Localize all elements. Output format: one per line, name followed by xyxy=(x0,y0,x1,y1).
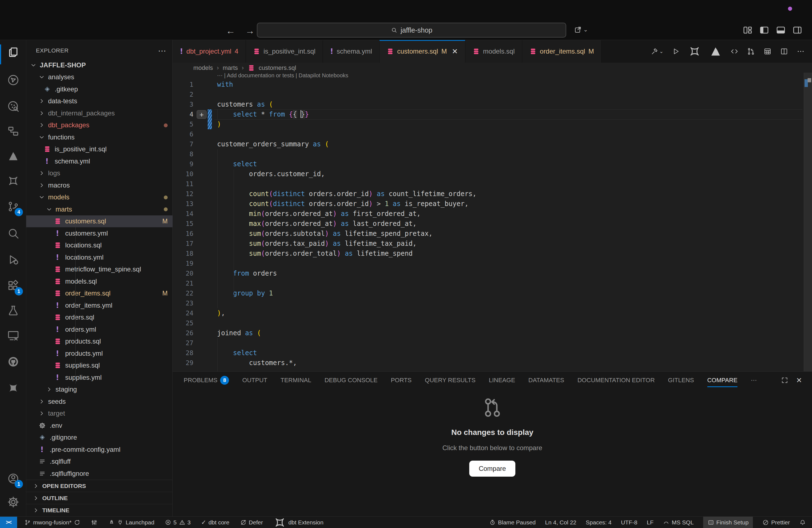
tree-file-locations.yml[interactable]: !locations.yml xyxy=(26,251,173,263)
tree-file-order_items.sql[interactable]: order_items.sqlM xyxy=(26,288,173,299)
tree-file-products.yml[interactable]: !products.yml xyxy=(26,348,173,360)
panel-tab-TERMINAL[interactable]: TERMINAL xyxy=(280,372,311,389)
statusbar-launchpad[interactable]: Launchpad xyxy=(108,517,155,528)
statusbar-cursor-position[interactable]: Ln 4, Col 22 xyxy=(545,517,576,528)
tree-file-.env[interactable]: .env xyxy=(26,420,173,431)
panel-tab-DOCUMENTATION EDITOR[interactable]: DOCUMENTATION EDITOR xyxy=(578,372,655,389)
tree-file-orders.sql[interactable]: orders.sql xyxy=(26,311,173,324)
codelens-actions[interactable]: ⋯ | Add documentation or tests | Datapil… xyxy=(217,72,348,79)
statusbar-dbt-core[interactable]: ✓dbt core xyxy=(201,517,229,528)
code-icon[interactable] xyxy=(730,47,739,56)
statusbar-branch[interactable]: mwong-fusion* xyxy=(24,517,81,528)
compare-button[interactable]: Compare xyxy=(469,460,516,476)
git-pr-icon[interactable] xyxy=(747,47,755,56)
activity-circle-graph-icon[interactable] xyxy=(5,72,22,89)
breadcrumb-file[interactable]: customers.sql xyxy=(259,64,296,72)
tab-schema.yml[interactable]: !schema.yml xyxy=(323,40,379,63)
tree-file-.sqlfluff[interactable]: .sqlfluff xyxy=(26,456,173,468)
play-icon[interactable] xyxy=(672,47,680,56)
tree-folder-dbt_packages[interactable]: dbt_packages xyxy=(26,119,173,131)
code-editor[interactable]: + 1with23customers as (4 select * from {… xyxy=(173,79,812,371)
more-icon[interactable] xyxy=(797,47,805,56)
tree-folder-marts[interactable]: marts xyxy=(26,203,173,216)
tree-folder-staging[interactable]: staging xyxy=(26,384,173,396)
panel-tab-OUTPUT[interactable]: OUTPUT xyxy=(242,372,267,389)
tree-file-order_items.yml[interactable]: !order_items.yml xyxy=(26,299,173,311)
statusbar-prettier[interactable]: Prettier xyxy=(762,517,790,528)
tree-file-.gitkeep[interactable]: .gitkeep xyxy=(26,83,173,95)
maximize-panel-icon[interactable] xyxy=(781,377,788,384)
activity-files-icon[interactable] xyxy=(5,44,22,61)
tree-file-models.sql[interactable]: models.sql xyxy=(26,275,173,288)
nav-forward-icon[interactable]: → xyxy=(245,25,255,36)
tree-folder-logs[interactable]: logs xyxy=(26,167,173,179)
explorer-more-actions-icon[interactable]: ⋯ xyxy=(158,46,167,56)
activity-source-control-icon[interactable]: 4 xyxy=(5,198,22,215)
activity-search-icon[interactable] xyxy=(5,225,22,242)
close-panel-icon[interactable]: ✕ xyxy=(796,376,802,385)
statusbar-language-mode[interactable]: MS SQL xyxy=(663,517,694,528)
activity-extensions-icon[interactable]: 1 xyxy=(5,277,22,294)
panel-tab-DEBUG CONSOLE[interactable]: DEBUG CONSOLE xyxy=(324,372,378,389)
tree-file-locations.sql[interactable]: locations.sql xyxy=(26,239,173,252)
statusbar-finish-setup[interactable]: Finish Setup xyxy=(703,517,753,528)
tree-file-schema.yml[interactable]: !schema.yml xyxy=(26,155,173,167)
breadcrumb[interactable]: models›marts›customers.sql xyxy=(193,64,296,72)
activity-run-debug-icon[interactable] xyxy=(5,251,22,268)
toggle-secondary-sidebar-icon[interactable] xyxy=(792,25,802,35)
activity-account-icon[interactable]: 1 xyxy=(5,470,22,487)
activity-dbt-logo-icon[interactable] xyxy=(5,147,22,165)
statusbar-dbt-extension[interactable]: dbt Extension xyxy=(273,517,323,528)
tab-order_items.sql[interactable]: order_items.sqlM xyxy=(522,40,601,63)
activity-org-chart-icon[interactable] xyxy=(5,122,22,140)
open-changes-button[interactable]: ⌄ xyxy=(574,25,588,34)
statusbar-indentation[interactable]: Spaces: 4 xyxy=(586,517,611,528)
activity-x-twist-icon[interactable] xyxy=(5,172,22,189)
breadcrumb-item[interactable]: models xyxy=(193,64,213,72)
close-tab-icon[interactable]: ✕ xyxy=(452,47,458,56)
statusbar-eol[interactable]: LF xyxy=(647,517,654,528)
tab-models.sql[interactable]: models.sql xyxy=(465,40,522,63)
panel-tab-DATAMATES[interactable]: DATAMATES xyxy=(528,372,564,389)
tree-folder-functions[interactable]: functions xyxy=(26,131,173,143)
tree-file-.pre-commit-config.yaml[interactable]: !.pre-commit-config.yaml xyxy=(26,443,173,456)
section-outline[interactable]: OUTLINE xyxy=(26,492,173,504)
toggle-panel-icon[interactable] xyxy=(775,25,786,35)
table-icon[interactable] xyxy=(764,47,772,56)
tree-file-products.sql[interactable]: products.sql xyxy=(26,336,173,348)
nav-back-icon[interactable]: ← xyxy=(226,25,235,36)
tree-file-metricflow_time_spine.sql[interactable]: metricflow_time_spine.sql xyxy=(26,263,173,276)
tree-file-customers.yml[interactable]: !customers.yml xyxy=(26,227,173,239)
panel-tab-LINEAGE[interactable]: LINEAGE xyxy=(489,372,515,389)
panel-tab-PROBLEMS[interactable]: PROBLEMS8 xyxy=(184,372,229,389)
remote-indicator[interactable]: >< xyxy=(0,517,17,528)
tree-file-.gitignore[interactable]: .gitignore xyxy=(26,431,173,444)
tree-folder-seeds[interactable]: seeds xyxy=(26,395,173,408)
activity-github-icon[interactable] xyxy=(5,353,22,370)
activity-remote-explorer-icon[interactable] xyxy=(5,327,22,344)
tab-dbt_project.yml[interactable]: !dbt_project.yml4 xyxy=(173,40,246,63)
customize-layout-icon[interactable] xyxy=(742,25,753,35)
toggle-primary-sidebar-icon[interactable] xyxy=(759,25,769,35)
panel-tab-QUERY RESULTS[interactable]: QUERY RESULTS xyxy=(425,372,475,389)
hammer-icon[interactable]: ⌄ xyxy=(650,47,663,56)
tree-file-orders.yml[interactable]: !orders.yml xyxy=(26,323,173,336)
statusbar-tune[interactable] xyxy=(91,517,98,528)
tree-folder-JAFFLE-SHOP[interactable]: JAFFLE-SHOP xyxy=(26,59,173,71)
tree-folder-dbt_internal_packages[interactable]: dbt_internal_packages xyxy=(26,107,173,119)
activity-x-twist-filled-icon[interactable] xyxy=(5,379,22,397)
tree-folder-models[interactable]: models xyxy=(26,191,173,204)
panel-tab-GITLENS[interactable]: GITLENS xyxy=(668,372,694,389)
statusbar-encoding[interactable]: UTF-8 xyxy=(621,517,637,528)
tree-file-.sqlfluffignore[interactable]: .sqlfluffignore xyxy=(26,468,173,480)
dbt-logo-icon[interactable] xyxy=(709,45,722,58)
editor-scrollbar[interactable] xyxy=(804,73,812,371)
activity-beaker-icon[interactable] xyxy=(5,302,22,319)
breadcrumb-item[interactable]: marts xyxy=(222,64,238,72)
tree-file-supplies.yml[interactable]: !supplies.yml xyxy=(26,371,173,384)
statusbar-blame[interactable]: Blame Paused xyxy=(489,517,536,528)
tab-is_positive_int.sql[interactable]: is_positive_int.sql xyxy=(246,40,323,63)
statusbar-problems[interactable]: 53 xyxy=(165,517,191,528)
panel-tab-PORTS[interactable]: PORTS xyxy=(391,372,411,389)
tree-folder-macros[interactable]: macros xyxy=(26,179,173,191)
